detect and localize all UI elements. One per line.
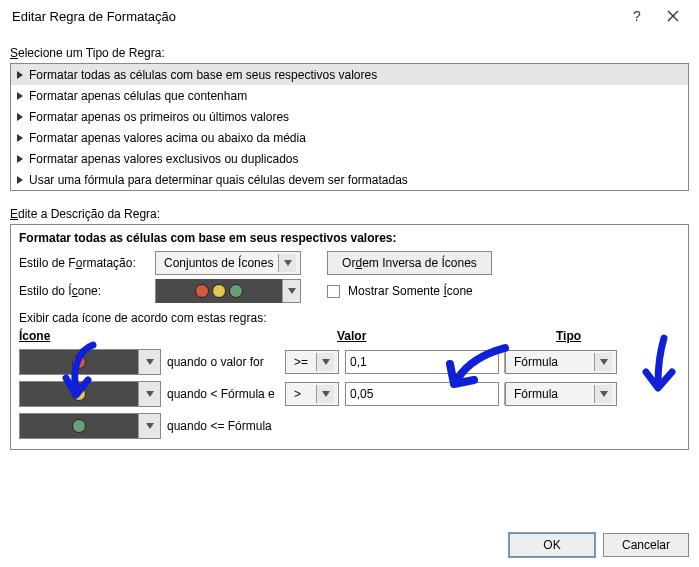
- chevron-down-icon: [594, 385, 612, 403]
- window-title: Editar Regra de Formatação: [12, 9, 176, 24]
- icon-set-preview: [156, 279, 282, 303]
- chevron-down-icon: [316, 385, 334, 403]
- type-combo[interactable]: Fórmula: [505, 382, 617, 406]
- red-light-icon: [72, 355, 86, 369]
- value-field[interactable]: [345, 350, 499, 374]
- rule-condition-text: quando o valor for: [167, 355, 279, 369]
- rule-type-list[interactable]: Formatar todas as células com base em se…: [10, 63, 689, 191]
- show-icon-only-label: Mostrar Somente Ícone: [348, 284, 473, 298]
- yellow-light-icon: [72, 387, 86, 401]
- help-button[interactable]: ?: [619, 2, 655, 30]
- chevron-down-icon: [278, 254, 296, 272]
- rule-type-item[interactable]: Formatar apenas células que contenham: [11, 85, 688, 106]
- ok-button[interactable]: OK: [509, 533, 595, 557]
- type-combo[interactable]: Fórmula: [505, 350, 617, 374]
- rules-title: Exibir cada ícone de acordo com estas re…: [19, 311, 680, 325]
- rule-type-item[interactable]: Formatar apenas valores acima ou abaixo …: [11, 127, 688, 148]
- value-input[interactable]: [346, 355, 504, 369]
- rule-type-item[interactable]: Formatar todas as células com base em se…: [11, 64, 688, 85]
- rules-header: Ícone Valor Tipo: [19, 329, 680, 343]
- rule-row: quando o valor for >= Fórmula: [19, 349, 680, 375]
- yellow-light-icon: [212, 284, 226, 298]
- description-panel: Formatar todas as células com base em se…: [10, 224, 689, 450]
- rule-type-item[interactable]: Formatar apenas valores exclusivos ou du…: [11, 148, 688, 169]
- rule-condition-text: quando < Fórmula e: [167, 387, 279, 401]
- triangle-icon: [17, 113, 23, 121]
- rule-row: quando < Fórmula e > Fórmula: [19, 381, 680, 407]
- title-bar: Editar Regra de Formatação ?: [0, 0, 699, 32]
- red-light-icon: [195, 284, 209, 298]
- description-title: Formatar todas as células com base em se…: [19, 231, 680, 245]
- triangle-icon: [17, 176, 23, 184]
- green-light-icon: [229, 284, 243, 298]
- tipo-column-header: Tipo: [556, 329, 581, 343]
- icon-style-combo[interactable]: [155, 279, 301, 303]
- value-input[interactable]: [346, 387, 504, 401]
- icon-style-label: Estilo do Ícone:: [19, 284, 147, 298]
- triangle-icon: [17, 92, 23, 100]
- rule-row: quando <= Fórmula: [19, 413, 680, 439]
- icon-selector[interactable]: [19, 381, 161, 407]
- edit-description-label: Edite a Descrição da Regra:: [0, 191, 699, 224]
- chevron-down-icon: [138, 350, 160, 374]
- chevron-down-icon: [138, 414, 160, 438]
- operator-combo[interactable]: >: [285, 382, 339, 406]
- chevron-down-icon: [316, 353, 334, 371]
- rule-type-item[interactable]: Usar uma fórmula para determinar quais c…: [11, 169, 688, 190]
- format-style-label: Estilo de Formatação:: [19, 256, 147, 270]
- value-field[interactable]: [345, 382, 499, 406]
- reverse-order-button[interactable]: Ordem Inversa de Ícones: [327, 251, 492, 275]
- format-style-value: Conjuntos de Ícones: [160, 256, 278, 270]
- rule-type-label: Selecione um Tipo de Regra:: [0, 32, 699, 63]
- triangle-icon: [17, 71, 23, 79]
- valor-column-header: Valor: [337, 329, 366, 343]
- chevron-down-icon: [594, 353, 612, 371]
- chevron-down-icon: [138, 382, 160, 406]
- icon-selector[interactable]: [19, 413, 161, 439]
- dialog-footer: OK Cancelar: [509, 533, 689, 557]
- rule-type-item[interactable]: Formatar apenas os primeiros ou últimos …: [11, 106, 688, 127]
- show-icon-only-checkbox[interactable]: [327, 285, 340, 298]
- format-style-combo[interactable]: Conjuntos de Ícones: [155, 251, 301, 275]
- triangle-icon: [17, 155, 23, 163]
- icon-selector[interactable]: [19, 349, 161, 375]
- cancel-button[interactable]: Cancelar: [603, 533, 689, 557]
- icon-column-header: Ícone: [19, 329, 50, 343]
- chevron-down-icon: [282, 280, 300, 302]
- close-button[interactable]: [655, 2, 691, 30]
- operator-combo[interactable]: >=: [285, 350, 339, 374]
- rule-condition-text: quando <= Fórmula: [167, 419, 279, 433]
- triangle-icon: [17, 134, 23, 142]
- green-light-icon: [72, 419, 86, 433]
